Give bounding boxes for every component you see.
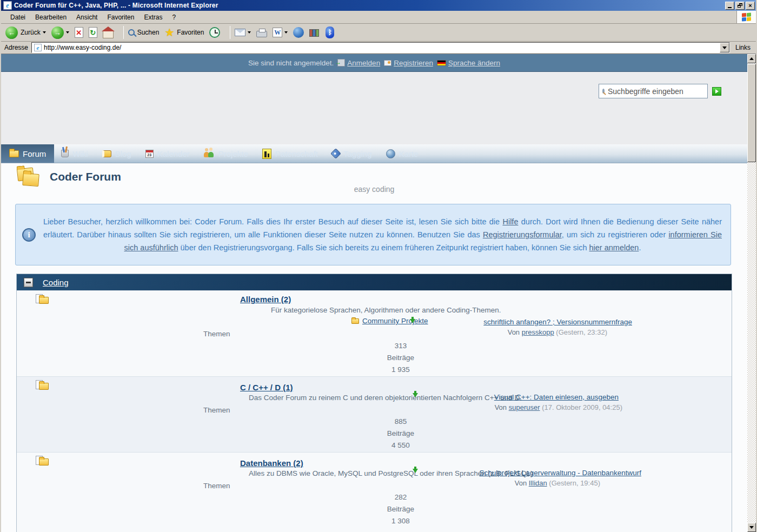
- tab-projekte[interactable]: Projekte: [197, 144, 255, 163]
- category-link[interactable]: Coding: [43, 278, 69, 287]
- calendar-icon: 23: [145, 150, 154, 158]
- last-post-user-link[interactable]: Illidan: [529, 479, 547, 487]
- login-link[interactable]: Anmelden: [337, 59, 380, 67]
- home-button[interactable]: [103, 27, 114, 38]
- last-post-arrow-icon[interactable]: [413, 469, 418, 473]
- address-input-wrap: e: [31, 42, 730, 53]
- tab-patenschaft[interactable]: Patenschaft: [255, 144, 325, 163]
- info-icon: i: [22, 228, 36, 242]
- tab-tagging[interactable]: Tagging: [325, 144, 379, 163]
- links-toolbar-label[interactable]: Links: [735, 44, 751, 51]
- print-button[interactable]: [256, 28, 267, 37]
- board-description: Das Coder Forum zu reinem C und deren ob…: [249, 394, 522, 402]
- refresh-button[interactable]: ↻: [89, 27, 97, 38]
- board-link[interactable]: Allgemein (2): [240, 295, 291, 304]
- edit-word-button[interactable]: W: [273, 28, 288, 37]
- topics-label: Themen: [203, 406, 230, 414]
- mail-icon: [235, 29, 245, 36]
- register-icon: [384, 60, 391, 66]
- search-go-button[interactable]: [712, 87, 721, 96]
- menu-extras[interactable]: Extras: [139, 12, 167, 23]
- login-here-link[interactable]: hier anmelden: [589, 243, 639, 252]
- german-flag-icon: [437, 60, 446, 66]
- favorites-star-icon: ★: [164, 27, 174, 38]
- minimize-button[interactable]: [725, 2, 734, 10]
- refresh-icon: ↻: [89, 27, 97, 38]
- page-content: Coder Forum easy coding i Lieber Besuche…: [1, 163, 747, 532]
- tab-karte[interactable]: Karte: [379, 144, 426, 163]
- address-dropdown-button[interactable]: [720, 43, 729, 52]
- research-button[interactable]: [309, 27, 320, 38]
- posts-count: 1 935: [311, 365, 490, 374]
- back-button[interactable]: ← Zurück: [5, 26, 46, 39]
- page-title: Coder Forum: [50, 170, 121, 183]
- category-header: Coding: [17, 274, 732, 290]
- registration-form-link[interactable]: Registrierungsformular: [483, 230, 562, 239]
- register-link[interactable]: Registrieren: [384, 59, 433, 67]
- tab-kalender[interactable]: 23 Kalender: [138, 144, 197, 163]
- last-post-link[interactable]: schriftlich anfangen? ; Versionsnummernf…: [483, 318, 632, 326]
- board-folder-icon: [36, 295, 50, 306]
- last-post-link[interactable]: Schulprojekt Lagerverwaltung - Datenbank…: [480, 469, 641, 477]
- blog-icon: [102, 150, 111, 157]
- last-post-arrow-icon[interactable]: [410, 319, 415, 323]
- menu-ansicht[interactable]: Ansicht: [71, 12, 102, 23]
- mail-dropdown-icon[interactable]: [248, 31, 251, 34]
- scroll-up-button[interactable]: [747, 54, 756, 63]
- stop-button[interactable]: ✕: [75, 27, 83, 38]
- last-post-user-link[interactable]: superuser: [509, 403, 540, 411]
- forward-dropdown-icon[interactable]: [66, 31, 69, 34]
- mail-button[interactable]: [235, 29, 251, 36]
- search-magnifier-icon[interactable]: [602, 89, 605, 94]
- menu-bar: Datei Bearbeiten Ansicht Favoriten Extra…: [1, 11, 756, 24]
- subforum-link[interactable]: Community Projekte: [362, 317, 428, 325]
- menu-favoriten[interactable]: Favoriten: [102, 12, 139, 23]
- menu-hilfe[interactable]: ?: [167, 12, 181, 23]
- window-title: Coder Forum für C++, Java, PHP, ... - Mi…: [14, 2, 725, 9]
- last-post-link[interactable]: Visual C++: Daten einlesen, ausgeben: [494, 393, 619, 401]
- forward-button[interactable]: →: [51, 26, 69, 39]
- main-navigation: Forum Wiki Blog 23 Kalender Projekte: [1, 144, 747, 163]
- tab-blog[interactable]: Blog: [95, 144, 138, 163]
- close-icon: ×: [748, 3, 752, 9]
- tab-wiki[interactable]: Wiki: [54, 144, 95, 163]
- help-link[interactable]: Hilfe: [502, 217, 518, 226]
- menu-bearbeiten[interactable]: Bearbeiten: [30, 12, 71, 23]
- history-button[interactable]: [209, 27, 220, 38]
- board-link[interactable]: C / C++ / D (1): [240, 383, 293, 392]
- chevron-down-icon: [722, 46, 727, 49]
- address-input[interactable]: [44, 43, 720, 52]
- header-strip: [1, 72, 747, 144]
- messenger-button[interactable]: [293, 27, 304, 38]
- vertical-scrollbar[interactable]: [747, 54, 756, 532]
- scroll-down-button[interactable]: [747, 523, 756, 532]
- close-button[interactable]: ×: [746, 2, 755, 10]
- edit-dropdown-icon[interactable]: [284, 31, 288, 34]
- bluetooth-button[interactable]: ᛒ: [326, 26, 334, 38]
- change-language-link[interactable]: Sprache ändern: [437, 59, 500, 67]
- scrollbar-thumb[interactable]: [747, 64, 756, 162]
- messenger-icon: [293, 27, 304, 38]
- login-icon: [337, 59, 345, 66]
- site-status-banner: Sie sind nicht angemeldet. Anmelden Regi…: [1, 54, 747, 72]
- tab-forum[interactable]: Forum: [1, 144, 54, 163]
- favorites-button[interactable]: ★ Favoriten: [164, 27, 204, 38]
- windows-logo: [736, 11, 756, 23]
- subforum-folder-icon: [351, 318, 359, 324]
- last-post-arrow-icon[interactable]: [413, 393, 418, 397]
- forum-board-list: Coding Allgemein (2) Für kategorielose S…: [16, 274, 732, 532]
- site-search-input[interactable]: [608, 87, 706, 96]
- history-icon: [209, 27, 220, 38]
- search-button[interactable]: Suchen: [128, 29, 160, 36]
- ie-window-icon: e: [3, 1, 12, 10]
- address-label: Adresse: [4, 44, 28, 51]
- posts-label: Beiträge: [311, 429, 490, 437]
- collapse-category-button[interactable]: [24, 278, 33, 287]
- back-dropdown-icon[interactable]: [43, 31, 46, 34]
- last-post-user-link[interactable]: presskopp: [522, 328, 554, 336]
- menu-datei[interactable]: Datei: [5, 12, 30, 23]
- globe-icon: [386, 149, 395, 158]
- browser-viewport: Sie sind nicht angemeldet. Anmelden Regi…: [1, 54, 756, 532]
- board-link[interactable]: Datenbanken (2): [240, 458, 303, 468]
- restore-button[interactable]: [735, 2, 745, 10]
